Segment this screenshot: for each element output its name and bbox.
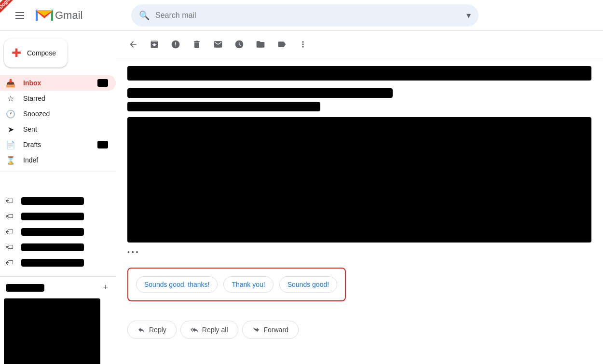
compose-label: Compose — [27, 49, 56, 57]
search-dropdown-icon[interactable]: ▾ — [466, 10, 471, 21]
inbox-count — [97, 79, 108, 87]
label-text-3 — [21, 228, 84, 236]
label-item-4[interactable]: 🏷 — [0, 240, 116, 255]
spam-button[interactable] — [166, 35, 185, 54]
sidebar-divider — [0, 172, 116, 172]
email-thread: • • • Sounds good, thanks! Thank you! So… — [116, 58, 603, 364]
forward-button[interactable]: Forward — [242, 321, 299, 339]
move-button[interactable] — [251, 35, 270, 54]
forward-icon — [252, 326, 260, 334]
reply-all-icon — [191, 326, 198, 334]
label-item-3[interactable]: 🏷 — [0, 224, 116, 240]
label-text-2 — [21, 213, 84, 220]
sidebar-item-drafts[interactable]: 📄 Drafts — [0, 137, 116, 152]
forward-label: Forward — [264, 326, 288, 334]
send-icon: ➤ — [6, 125, 15, 134]
smart-replies-wrapper: Sounds good, thanks! Thank you! Sounds g… — [127, 260, 591, 309]
sidebar-item-indef[interactable]: ⌛ Indef — [0, 152, 116, 168]
email-toolbar — [116, 31, 603, 58]
sidebar-item-snoozed[interactable]: 🕐 Snoozed — [0, 106, 116, 121]
hourglass-icon: ⌛ — [6, 156, 15, 165]
email-meta-block — [127, 88, 591, 111]
app-name-label: Gmail — [55, 9, 82, 22]
starred-label: Starred — [23, 94, 108, 102]
reply-label: Reply — [149, 326, 166, 334]
label-icon-3: 🏷 — [6, 228, 14, 236]
main-layout: ✚ Compose 📥 Inbox ☆ Starred 🕐 Snoozed ➤ … — [0, 31, 603, 364]
label-text-1 — [21, 197, 84, 205]
sidebar-divider-2 — [0, 276, 116, 277]
menu-button[interactable] — [8, 4, 32, 27]
search-icon: 🔍 — [139, 10, 150, 21]
label-icon-4: 🏷 — [6, 243, 14, 252]
sidebar-black-area — [4, 298, 100, 364]
expand-button[interactable]: • • • — [127, 248, 591, 256]
more-button[interactable] — [293, 35, 313, 54]
label-text-4 — [21, 243, 84, 251]
drafts-count — [97, 141, 108, 148]
label-icon-1: 🏷 — [6, 197, 14, 205]
section-label-black — [6, 284, 44, 292]
delete-button[interactable] — [187, 35, 206, 54]
snoozed-label: Snoozed — [23, 110, 108, 118]
search-input[interactable] — [155, 11, 461, 20]
reply-buttons: Reply Reply all Forward — [127, 321, 591, 351]
sidebar-item-sent[interactable]: ➤ Sent — [0, 121, 116, 137]
smart-reply-2[interactable]: Thank you! — [223, 276, 273, 293]
label-item-1[interactable]: 🏷 — [0, 193, 116, 209]
search-bar[interactable]: 🔍 ▾ — [131, 4, 479, 27]
drafts-icon: 📄 — [6, 140, 15, 149]
sidebar: ✚ Compose 📥 Inbox ☆ Starred 🕐 Snoozed ➤ … — [0, 31, 116, 364]
smart-replies-container: Sounds good, thanks! Thank you! Sounds g… — [127, 268, 346, 301]
email-to-bar — [127, 102, 320, 111]
reply-icon — [137, 326, 145, 334]
inbox-label: Inbox — [23, 79, 90, 87]
label-icon-5: 🏷 — [6, 258, 14, 267]
label-text-5 — [21, 259, 84, 267]
topbar-left: Gmail — [8, 4, 123, 27]
inbox-icon: 📥 — [6, 79, 15, 88]
snooze-icon: 🕐 — [6, 109, 15, 119]
snooze-button[interactable] — [230, 35, 249, 54]
email-content: • • • Sounds good, thanks! Thank you! So… — [116, 31, 603, 364]
sent-label: Sent — [23, 125, 108, 133]
label-icon-2: 🏷 — [6, 212, 14, 221]
gmail-logo: Gmail — [36, 9, 82, 22]
labels-section-header — [0, 176, 116, 191]
mark-unread-button[interactable] — [208, 35, 228, 54]
star-icon: ☆ — [6, 94, 15, 103]
label-item-2[interactable]: 🏷 — [0, 209, 116, 224]
drafts-label: Drafts — [23, 141, 90, 148]
email-message: • • • Sounds good, thanks! Thank you! So… — [127, 117, 591, 351]
sidebar-item-starred[interactable]: ☆ Starred — [0, 91, 116, 106]
back-button[interactable] — [123, 35, 143, 54]
label-item-5[interactable]: 🏷 — [0, 255, 116, 270]
email-from-bar — [127, 88, 393, 98]
add-label-button[interactable]: + — [103, 283, 108, 293]
smart-reply-1[interactable]: Sounds good, thanks! — [136, 276, 218, 293]
compose-button[interactable]: ✚ Compose — [4, 39, 68, 67]
reply-button[interactable]: Reply — [127, 321, 177, 339]
hamburger-icon — [12, 8, 28, 23]
indef-label: Indef — [23, 156, 108, 164]
archive-button[interactable] — [145, 35, 164, 54]
reply-all-label: Reply all — [202, 326, 228, 334]
topbar: Gmail 🔍 ▾ — [0, 0, 603, 31]
reply-all-button[interactable]: Reply all — [180, 321, 238, 339]
email-subject — [127, 66, 591, 81]
label-button[interactable] — [272, 35, 291, 54]
smart-reply-3[interactable]: Sounds good! — [279, 276, 337, 293]
sidebar-item-inbox[interactable]: 📥 Inbox — [0, 75, 116, 91]
compose-plus-icon: ✚ — [12, 46, 21, 60]
email-body — [127, 117, 591, 243]
